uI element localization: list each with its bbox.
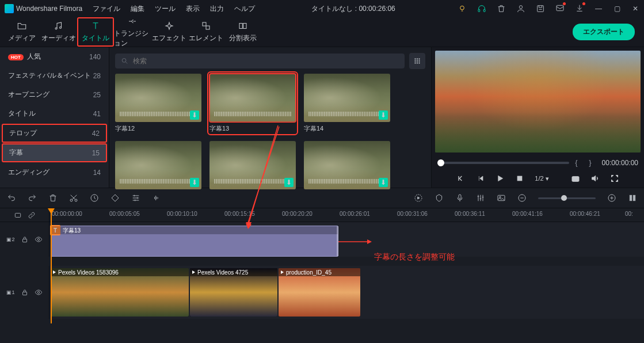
lightbulb-icon[interactable]	[458, 4, 467, 13]
speed-icon[interactable]	[90, 193, 99, 203]
undo-icon[interactable]	[7, 193, 16, 203]
text-icon	[90, 21, 101, 31]
svg-rect-2	[483, 9, 485, 12]
tab-media[interactable]: メディア	[3, 18, 40, 45]
render-icon[interactable]	[414, 193, 423, 203]
snapshot-icon[interactable]	[571, 174, 580, 183]
fullscreen-icon[interactable]	[610, 174, 619, 183]
menu-export[interactable]: 出力	[210, 4, 224, 14]
track-body-video[interactable]: Pexels Videos 1583096 Pexels Videos 4725…	[49, 266, 644, 319]
svg-rect-41	[22, 292, 26, 295]
menu-view[interactable]: 表示	[186, 4, 200, 14]
video-clip-2[interactable]: Pexels Videos 4725	[190, 268, 277, 317]
category-sidebar[interactable]: HOT人気140 フェスティバル＆イベント28 オープニング25 タイトル41 …	[0, 47, 109, 188]
redo-icon[interactable]	[28, 193, 37, 203]
download-button[interactable]	[575, 3, 584, 14]
account-icon[interactable]	[516, 4, 525, 13]
zoom-out-icon[interactable]	[517, 193, 527, 203]
picture-icon[interactable]	[497, 193, 506, 203]
tab-title[interactable]: タイトル	[77, 17, 114, 47]
tab-transition[interactable]: トランジション	[114, 14, 151, 51]
clip-resize-handle[interactable]	[337, 226, 338, 256]
link-icon[interactable]	[28, 211, 36, 219]
close-button[interactable]: ✕	[631, 5, 639, 13]
audio-wave-icon[interactable]	[152, 193, 161, 203]
mixer-icon[interactable]	[476, 193, 485, 203]
preview-video[interactable]	[435, 51, 641, 153]
volume-icon[interactable]	[590, 174, 600, 183]
zoom-fit-icon[interactable]	[628, 193, 637, 203]
tab-effect[interactable]: エフェクト	[151, 18, 188, 45]
zoom-slider[interactable]	[538, 197, 596, 199]
link-off-icon[interactable]	[14, 211, 22, 219]
menu-file[interactable]: ファイル	[93, 4, 120, 14]
svg-point-3	[519, 6, 522, 9]
maximize-button[interactable]: ▢	[613, 5, 621, 13]
sidebar-item-opening[interactable]: オープニング25	[0, 85, 109, 104]
adjust-icon[interactable]	[131, 193, 140, 203]
track-body-title[interactable]: T 字幕13	[49, 222, 644, 257]
timeline-toolbar	[0, 188, 644, 208]
download-arrow-icon: ⬇	[284, 178, 294, 187]
thumb-subtitle12[interactable]: ⬇字幕12	[115, 74, 201, 133]
grid-toggle-button[interactable]	[409, 53, 425, 69]
tab-audio[interactable]: オーディオ	[40, 18, 77, 45]
split-icon	[237, 21, 249, 31]
stop-icon[interactable]	[515, 174, 524, 183]
minimize-button[interactable]: —	[595, 5, 603, 13]
thumb-subtitle-more3[interactable]: ⬇	[304, 141, 390, 189]
eye-icon[interactable]	[35, 288, 43, 296]
save-icon[interactable]	[536, 4, 545, 13]
sidebar-item-ending[interactable]: エンディング14	[0, 163, 109, 182]
crop-icon[interactable]	[110, 193, 120, 203]
svg-rect-8	[203, 22, 206, 26]
sidebar-item-subtitle[interactable]: 字幕15	[2, 143, 107, 162]
transition-icon	[127, 16, 138, 26]
svg-point-42	[37, 291, 40, 294]
tab-split[interactable]: 分割表示	[224, 18, 261, 45]
cut-icon[interactable]	[69, 193, 78, 203]
title-clip[interactable]: T 字幕13	[51, 226, 338, 257]
lock-icon[interactable]	[21, 288, 29, 296]
video-clip-1[interactable]: Pexels Videos 1583096	[51, 268, 189, 317]
sidebar-item-telop[interactable]: テロップ42	[2, 124, 107, 143]
thumb-subtitle-more1[interactable]: ⬇	[115, 141, 201, 189]
search-input[interactable]	[133, 57, 399, 65]
thumb-subtitle13[interactable]: 字幕13	[208, 73, 297, 134]
lock-icon[interactable]	[21, 235, 29, 243]
mic-icon[interactable]	[455, 193, 464, 203]
preview-zoom[interactable]: 1/2 ▾	[535, 175, 548, 182]
title-clip-label: 字幕13	[63, 227, 81, 234]
sidebar-item-popular[interactable]: HOT人気140	[0, 47, 109, 66]
trash-icon[interactable]	[497, 4, 506, 13]
sidebar-item-festival[interactable]: フェスティバル＆イベント28	[0, 66, 109, 85]
svg-point-20	[417, 62, 418, 63]
zoom-in-icon[interactable]	[607, 193, 616, 203]
menu-tools[interactable]: ツール	[155, 4, 176, 14]
sidebar-item-title[interactable]: タイトル41	[0, 104, 109, 123]
delete-icon[interactable]	[48, 193, 58, 203]
play-icon[interactable]	[496, 174, 505, 183]
app-logo-icon	[5, 4, 14, 13]
thumb-subtitle-more2[interactable]: ⬇	[209, 141, 296, 189]
export-button[interactable]: エクスポート	[573, 24, 635, 40]
timeline-ruler[interactable]: 00:00:00:00 00:00:05:05 00:00:10:10 00:0…	[49, 208, 644, 222]
menu-edit[interactable]: 編集	[131, 4, 144, 14]
message-button[interactable]	[555, 3, 565, 14]
folder-icon	[16, 21, 28, 31]
thumb-subtitle14[interactable]: ⬇字幕14	[304, 74, 390, 133]
prev-frame-icon[interactable]	[456, 174, 466, 183]
playhead[interactable]	[51, 208, 52, 323]
marker-icon[interactable]	[435, 193, 444, 203]
hot-badge: HOT	[8, 54, 24, 60]
search-box[interactable]	[115, 54, 405, 68]
video-clip-3[interactable]: production_ID_45	[279, 268, 360, 317]
menu-help[interactable]: ヘルプ	[234, 4, 255, 14]
step-back-icon[interactable]	[476, 174, 485, 183]
scrub-handle[interactable]	[437, 159, 444, 166]
headphones-icon[interactable]	[477, 4, 486, 13]
track-head-2: ▣2	[0, 222, 49, 257]
tab-element[interactable]: エレメント	[188, 18, 224, 45]
eye-icon[interactable]	[35, 235, 43, 243]
scrub-track[interactable]	[437, 162, 569, 164]
